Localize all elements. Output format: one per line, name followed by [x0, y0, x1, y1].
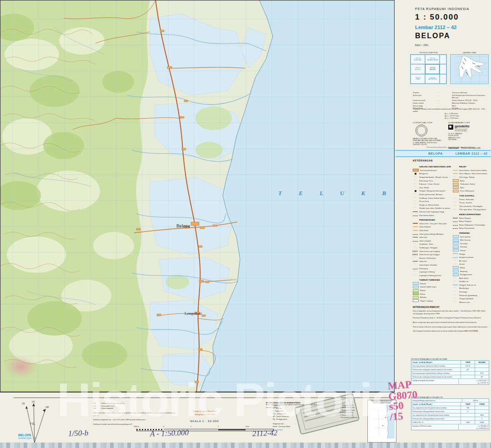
- decl-angle: 1°21': [30, 423, 35, 425]
- geodetic-loc: ZUG SWITZERLAND: [455, 130, 470, 132]
- legend-symbol: [453, 202, 458, 204]
- legend-item: Tempat beribadat : Mesjid, Gereja: [413, 176, 451, 179]
- legend-symbol: [413, 229, 418, 231]
- legend-label: GEDUNG DAN BANGUNAN LAINNYA: [419, 166, 451, 168]
- legend-item: RELIEF: [453, 165, 491, 169]
- utm-row-utara: 96282: [475, 421, 489, 424]
- cell-sheet-name: BONGLO: [415, 69, 421, 71]
- decl-abbr: UM: [93, 408, 100, 410]
- legend-item: Kelenteng, Pura: [413, 179, 451, 182]
- legend-item: Belukar: [413, 296, 451, 299]
- legend-symbol: [453, 186, 459, 189]
- legend-symbol: [413, 271, 418, 273]
- decl-ug-label: UG: [32, 401, 35, 403]
- legend-symbol: [413, 173, 418, 175]
- utm-table-row: Dua angka besar dari nilai grid bawah (u…: [411, 413, 489, 417]
- legend-label: Dermaga: [459, 291, 467, 293]
- legend-title: KETERANGAN: [413, 159, 433, 162]
- utm-row-timur: 8: [461, 410, 475, 413]
- geo-footer-value: φ = 3°22'34" S: [478, 382, 488, 384]
- legend-item: Bendungan: [453, 287, 491, 290]
- legend-label: BATAS ADMINISTRASI: [459, 213, 481, 216]
- legend-item: PERAIRAN: [453, 232, 491, 235]
- series-title: PETA RUPABUMI INDONESIA: [415, 7, 469, 10]
- utm-footer-label: Koordinat UTM titik tersebut: [411, 424, 458, 430]
- legend-symbol: [413, 186, 418, 188]
- legend-symbol: [453, 179, 459, 182]
- corner-sheet: Lembar 2112 - 42: [18, 437, 36, 439]
- legend-label: Jalan lori: [419, 260, 427, 262]
- legend-symbol: [453, 253, 458, 255]
- legend-label: Tempat beribadat : Mesjid, Gereja: [419, 176, 448, 178]
- legend-symbol: [453, 260, 458, 262]
- legend-label: Bendungan: [459, 287, 469, 289]
- legend-item: Jalan kabel, Gondola: [413, 263, 451, 267]
- history-paragraph: Peta ini digambar secara fotogrametri da…: [413, 310, 488, 315]
- legend-symbol: [453, 270, 459, 272]
- geo-example: Contoh : ⊕ titik A ( Mesjid ): [411, 361, 461, 364]
- legend-label: Sungai: [459, 253, 465, 255]
- legend-label: Danau: [460, 249, 466, 252]
- geo-table-row: Perkiraan dari selang garis (menit) samp…: [411, 367, 489, 371]
- cell-sheet-no: —: [442, 68, 444, 70]
- legend-symbol: [413, 269, 418, 269]
- geodetic-name: geodetic: [455, 125, 470, 128]
- pink-copyright-stamp: [5, 356, 37, 378]
- geo-col-selatan: SELATAN: [475, 361, 489, 364]
- legend-label: Bukit: [460, 180, 464, 182]
- legend-label: Stasiun, Perhentian: [419, 257, 436, 259]
- legend-symbol: [413, 243, 418, 245]
- geo-footer-label: Koordinat Geografi titik tersebut: [411, 379, 458, 384]
- legend-item: Titik astronomi, Titik doppler: [453, 205, 491, 208]
- publisher-block: DITERBITKAN OLEH BADAN KOORDINASI SURVEY…: [413, 122, 445, 146]
- legend-item: Sumber air: [453, 280, 491, 283]
- legend-item: Tambang, Sumur bahan bakar: [413, 196, 451, 200]
- legend-label: Pipa bahan bakar: [419, 214, 434, 216]
- history-paragraph: Peta ini bukan referensi resmi mengenai …: [413, 326, 488, 329]
- utm-table-row: Dua angka besar dari nilai grid kiri (ti…: [411, 406, 489, 409]
- legend-label: Kebun: [420, 289, 426, 292]
- legend-label: PERAIRAN: [459, 232, 470, 234]
- scale-bar-label: 2: [218, 426, 219, 428]
- scale-bar-label: 3 km: [246, 426, 249, 428]
- legend-label: Garis pantai: [460, 236, 471, 238]
- sheet-index-cell: —: [440, 74, 446, 84]
- legend-label: Cina, Hindu: [419, 186, 429, 189]
- legend-item: Stasiun, Perhentian: [413, 256, 451, 260]
- legend-label: Belukar: [420, 296, 426, 298]
- copyright-line: © Hak cipta dilindungi Undang-Undang — B…: [413, 147, 488, 148]
- band-sheet: LEMBAR 2112 – 42: [456, 152, 488, 155]
- legend-label: Penggaraman: [460, 273, 472, 276]
- legend-item: Lapangan terbang: [413, 270, 451, 274]
- legend-symbol: [413, 180, 418, 181]
- legend-label: Batas Propinsi: [459, 220, 471, 222]
- utm-row-label: Dua angka besar dari nilai grid kiri (ti…: [411, 406, 461, 409]
- geo-row-timur: [461, 372, 475, 375]
- legend-col1: GEDUNG DAN BANGUNAN LAINNYA Daerah pemuk…: [413, 164, 451, 302]
- sheet-index-cell: 2112-14 LAROMPONG: [425, 74, 440, 84]
- legend-label: TUMBUH TUMBUHAN: [419, 279, 440, 281]
- utm-table-row: Perkiraan dari selang grid dalam ratusan…: [411, 409, 489, 413]
- legend-label: Arah aliran: [459, 277, 468, 279]
- legend-item: Jalan lain: [413, 236, 451, 239]
- utm-table-row: Perkiraan dari selang grid dalam ratusan…: [411, 417, 489, 420]
- utm-footer-value: U = 9.628.200 m: [476, 428, 488, 429]
- executor-heading: DILAKSANAKAN OLEH: [448, 122, 490, 124]
- legend-item: Sawah: [413, 282, 451, 286]
- location-diagram: DIAGRAM LOKASI: [450, 52, 489, 84]
- sheet-name: BELOPA: [415, 32, 450, 40]
- sheet-index-title: PETUNJUK LETAK PETA: [410, 52, 447, 54]
- legend-symbol: [453, 225, 458, 226]
- sheet-index-grid: 2112-43 BONELEMO 2112-44 PADANG SAPPA — …: [410, 54, 447, 84]
- projection-value: Grid Geografi dan Grid Universal Transve…: [452, 95, 486, 100]
- bakosurtanal-seal: [416, 125, 427, 136]
- legend-item: Batu: [453, 186, 491, 190]
- legend-item: Kantor pemerintah, Menara: [413, 193, 451, 196]
- cell-sheet-no: —: [442, 78, 444, 80]
- legend-label: Tanggul, Saluran air: [459, 284, 476, 286]
- legend-symbol: [453, 273, 459, 276]
- legend-item: Primer, Sekunder: [453, 197, 491, 201]
- legend-item: Sungai: [453, 252, 491, 256]
- history-title: KETERANGAN RIWAYAT: [413, 306, 488, 308]
- legend-symbol: [413, 207, 418, 209]
